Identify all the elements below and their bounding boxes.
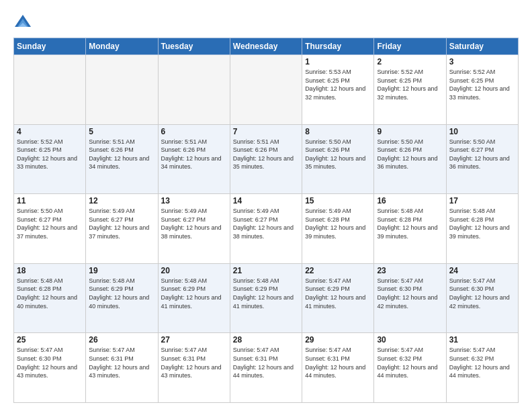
day-info: Sunrise: 5:51 AMSunset: 6:26 PMDaylight:… (233, 138, 294, 171)
day-number: 15 (305, 196, 371, 205)
day-cell-3: 3 Sunrise: 5:52 AMSunset: 6:25 PMDayligh… (446, 55, 518, 125)
day-number: 19 (89, 266, 154, 275)
day-cell-empty-1 (86, 55, 158, 125)
day-info: Sunrise: 5:50 AMSunset: 6:26 PMDaylight:… (305, 138, 365, 171)
day-cell-27: 27 Sunrise: 5:47 AMSunset: 6:31 PMDaylig… (158, 333, 230, 403)
day-number: 8 (305, 127, 371, 136)
day-info: Sunrise: 5:52 AMSunset: 6:25 PMDaylight:… (449, 68, 510, 101)
day-number: 28 (233, 335, 299, 345)
day-info: Sunrise: 5:48 AMSunset: 6:28 PMDaylight:… (449, 208, 510, 240)
col-header-wednesday: Wednesday (230, 38, 302, 55)
day-cell-9: 9 Sunrise: 5:50 AMSunset: 6:26 PMDayligh… (374, 124, 446, 194)
week-row-3: 11 Sunrise: 5:50 AMSunset: 6:27 PMDaylig… (14, 194, 519, 264)
calendar: SundayMondayTuesdayWednesdayThursdayFrid… (13, 38, 519, 403)
day-cell-12: 12 Sunrise: 5:49 AMSunset: 6:27 PMDaylig… (86, 194, 158, 264)
day-cell-14: 14 Sunrise: 5:49 AMSunset: 6:27 PMDaylig… (230, 194, 302, 264)
day-cell-20: 20 Sunrise: 5:48 AMSunset: 6:29 PMDaylig… (158, 263, 230, 333)
day-number: 2 (377, 57, 443, 66)
page: SundayMondayTuesdayWednesdayThursdayFrid… (0, 0, 532, 411)
header (13, 12, 519, 31)
day-number: 14 (233, 196, 299, 205)
day-cell-7: 7 Sunrise: 5:51 AMSunset: 6:26 PMDayligh… (230, 124, 302, 194)
day-info: Sunrise: 5:51 AMSunset: 6:26 PMDaylight:… (89, 138, 149, 171)
day-info: Sunrise: 5:49 AMSunset: 6:27 PMDaylight:… (233, 208, 294, 240)
day-info: Sunrise: 5:49 AMSunset: 6:27 PMDaylight:… (89, 208, 149, 240)
col-header-sunday: Sunday (14, 38, 86, 55)
col-header-friday: Friday (374, 38, 446, 55)
day-info: Sunrise: 5:47 AMSunset: 6:31 PMDaylight:… (89, 347, 149, 379)
day-cell-1: 1 Sunrise: 5:53 AMSunset: 6:25 PMDayligh… (302, 55, 374, 125)
day-cell-17: 17 Sunrise: 5:48 AMSunset: 6:28 PMDaylig… (446, 194, 518, 264)
day-info: Sunrise: 5:50 AMSunset: 6:27 PMDaylight:… (17, 208, 77, 240)
day-number: 17 (449, 196, 515, 205)
day-info: Sunrise: 5:47 AMSunset: 6:30 PMDaylight:… (377, 277, 437, 310)
day-info: Sunrise: 5:50 AMSunset: 6:27 PMDaylight:… (449, 138, 510, 171)
week-row-5: 25 Sunrise: 5:47 AMSunset: 6:30 PMDaylig… (14, 333, 519, 403)
day-number: 18 (17, 266, 83, 275)
logo-icon (13, 12, 32, 31)
day-number: 7 (233, 127, 299, 136)
day-cell-18: 18 Sunrise: 5:48 AMSunset: 6:28 PMDaylig… (14, 263, 86, 333)
day-info: Sunrise: 5:47 AMSunset: 6:31 PMDaylight:… (233, 347, 294, 379)
col-header-tuesday: Tuesday (158, 38, 230, 55)
day-info: Sunrise: 5:51 AMSunset: 6:26 PMDaylight:… (161, 138, 222, 171)
day-info: Sunrise: 5:48 AMSunset: 6:29 PMDaylight:… (161, 277, 222, 310)
day-info: Sunrise: 5:47 AMSunset: 6:29 PMDaylight:… (305, 277, 365, 310)
day-number: 11 (17, 196, 83, 205)
day-number: 30 (377, 335, 443, 345)
day-cell-8: 8 Sunrise: 5:50 AMSunset: 6:26 PMDayligh… (302, 124, 374, 194)
day-info: Sunrise: 5:47 AMSunset: 6:30 PMDaylight:… (449, 277, 510, 310)
day-cell-24: 24 Sunrise: 5:47 AMSunset: 6:30 PMDaylig… (446, 263, 518, 333)
day-number: 6 (161, 127, 227, 136)
day-cell-22: 22 Sunrise: 5:47 AMSunset: 6:29 PMDaylig… (302, 263, 374, 333)
col-header-saturday: Saturday (446, 38, 518, 55)
day-cell-30: 30 Sunrise: 5:47 AMSunset: 6:32 PMDaylig… (374, 333, 446, 403)
day-number: 4 (17, 127, 83, 136)
calendar-header-row: SundayMondayTuesdayWednesdayThursdayFrid… (14, 38, 519, 55)
day-number: 12 (89, 196, 154, 205)
day-cell-19: 19 Sunrise: 5:48 AMSunset: 6:29 PMDaylig… (86, 263, 158, 333)
day-info: Sunrise: 5:49 AMSunset: 6:28 PMDaylight:… (305, 208, 365, 240)
day-cell-4: 4 Sunrise: 5:52 AMSunset: 6:25 PMDayligh… (14, 124, 86, 194)
day-number: 5 (89, 127, 154, 136)
day-number: 25 (17, 335, 83, 345)
day-number: 24 (449, 266, 515, 275)
day-cell-25: 25 Sunrise: 5:47 AMSunset: 6:30 PMDaylig… (14, 333, 86, 403)
day-number: 31 (449, 335, 515, 345)
day-info: Sunrise: 5:53 AMSunset: 6:25 PMDaylight:… (305, 68, 365, 101)
day-cell-10: 10 Sunrise: 5:50 AMSunset: 6:27 PMDaylig… (446, 124, 518, 194)
day-number: 26 (89, 335, 154, 345)
col-header-thursday: Thursday (302, 38, 374, 55)
day-number: 13 (161, 196, 227, 205)
day-cell-5: 5 Sunrise: 5:51 AMSunset: 6:26 PMDayligh… (86, 124, 158, 194)
day-cell-11: 11 Sunrise: 5:50 AMSunset: 6:27 PMDaylig… (14, 194, 86, 264)
day-info: Sunrise: 5:47 AMSunset: 6:32 PMDaylight:… (377, 347, 437, 379)
day-cell-23: 23 Sunrise: 5:47 AMSunset: 6:30 PMDaylig… (374, 263, 446, 333)
day-cell-13: 13 Sunrise: 5:49 AMSunset: 6:27 PMDaylig… (158, 194, 230, 264)
day-cell-28: 28 Sunrise: 5:47 AMSunset: 6:31 PMDaylig… (230, 333, 302, 403)
day-cell-15: 15 Sunrise: 5:49 AMSunset: 6:28 PMDaylig… (302, 194, 374, 264)
day-info: Sunrise: 5:52 AMSunset: 6:25 PMDaylight:… (377, 68, 437, 101)
day-cell-2: 2 Sunrise: 5:52 AMSunset: 6:25 PMDayligh… (374, 55, 446, 125)
day-info: Sunrise: 5:48 AMSunset: 6:29 PMDaylight:… (89, 277, 149, 310)
day-cell-6: 6 Sunrise: 5:51 AMSunset: 6:26 PMDayligh… (158, 124, 230, 194)
day-cell-16: 16 Sunrise: 5:48 AMSunset: 6:28 PMDaylig… (374, 194, 446, 264)
day-number: 10 (449, 127, 515, 136)
day-number: 20 (161, 266, 227, 275)
day-number: 23 (377, 266, 443, 275)
day-cell-empty-3 (230, 55, 302, 125)
day-number: 27 (161, 335, 227, 345)
logo (13, 12, 34, 31)
day-number: 21 (233, 266, 299, 275)
day-info: Sunrise: 5:48 AMSunset: 6:28 PMDaylight:… (17, 277, 77, 310)
day-number: 29 (305, 335, 371, 345)
day-info: Sunrise: 5:52 AMSunset: 6:25 PMDaylight:… (17, 138, 77, 171)
day-cell-29: 29 Sunrise: 5:47 AMSunset: 6:31 PMDaylig… (302, 333, 374, 403)
day-number: 22 (305, 266, 371, 275)
day-info: Sunrise: 5:47 AMSunset: 6:31 PMDaylight:… (305, 347, 365, 379)
week-row-2: 4 Sunrise: 5:52 AMSunset: 6:25 PMDayligh… (14, 124, 519, 194)
day-info: Sunrise: 5:48 AMSunset: 6:29 PMDaylight:… (233, 277, 294, 310)
day-cell-26: 26 Sunrise: 5:47 AMSunset: 6:31 PMDaylig… (86, 333, 158, 403)
day-number: 1 (305, 57, 371, 66)
day-cell-empty-0 (14, 55, 86, 125)
